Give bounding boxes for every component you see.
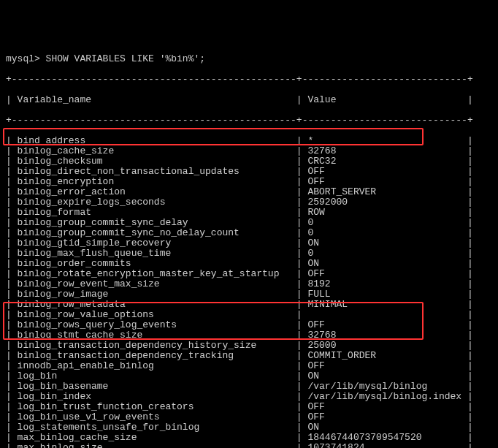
table-top-border: +---------------------------------------… (6, 74, 473, 85)
table-body: | bind_address | * | | binlog_cache_size… (6, 135, 473, 448)
command-line[interactable]: mysql> SHOW VARIABLES LIKE '%bin%'; (6, 53, 205, 64)
terminal-output: mysql> SHOW VARIABLES LIKE '%bin%'; +---… (0, 41, 498, 448)
table-header: | Variable_name | Value | (6, 94, 473, 105)
table-header-border: +---------------------------------------… (6, 115, 473, 126)
